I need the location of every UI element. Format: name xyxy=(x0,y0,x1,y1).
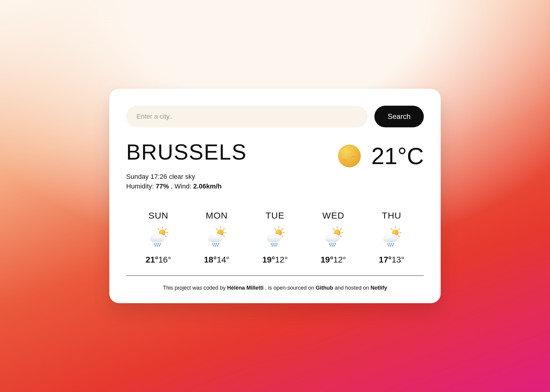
forecast-lo: 12° xyxy=(333,255,346,264)
svg-point-49 xyxy=(273,245,275,246)
svg-point-14 xyxy=(158,243,159,244)
forecast-lo: 13° xyxy=(392,255,404,264)
rain-sun-icon xyxy=(205,226,228,250)
forecast-temps: 21°16° xyxy=(145,255,171,265)
svg-point-30 xyxy=(216,243,217,244)
svg-point-59 xyxy=(325,236,339,243)
forecast-day: MON 18°14° xyxy=(188,210,246,265)
svg-line-7 xyxy=(165,236,166,237)
svg-point-81 xyxy=(390,245,391,246)
clear-sun-icon xyxy=(336,142,363,170)
search-row: Search xyxy=(126,106,424,127)
svg-line-23 xyxy=(223,236,225,237)
svg-point-31 xyxy=(218,243,219,244)
svg-line-71 xyxy=(398,236,400,237)
svg-point-61 xyxy=(331,243,332,244)
svg-line-8 xyxy=(158,229,159,230)
current-meta: Sunday 17:26 clear sky Humidity: 77% , W… xyxy=(126,172,327,191)
svg-line-6 xyxy=(165,229,166,230)
forecast-day: SUN 21°16° xyxy=(129,210,188,265)
svg-point-44 xyxy=(270,243,272,244)
forecast-day-name: MON xyxy=(206,210,228,221)
rain-sun-icon xyxy=(263,226,287,250)
footer-text: and hosted on xyxy=(335,285,370,291)
svg-point-34 xyxy=(217,245,218,246)
svg-point-78 xyxy=(391,243,392,244)
svg-point-77 xyxy=(389,243,390,244)
svg-point-12 xyxy=(154,243,155,244)
svg-point-46 xyxy=(274,243,276,244)
forecast-temps: 19°12° xyxy=(262,255,288,265)
svg-point-65 xyxy=(332,245,333,246)
wind-value: 2.06km/h xyxy=(193,182,222,190)
footer: This project was coded by Hélèna Millett… xyxy=(126,285,424,291)
rain-sun-icon xyxy=(322,226,345,250)
svg-line-70 xyxy=(398,229,400,230)
forecast-day-name: TUE xyxy=(265,210,284,221)
svg-line-54 xyxy=(340,229,341,230)
wind-label: , Wind: xyxy=(171,182,191,190)
search-button[interactable]: Search xyxy=(374,106,424,127)
svg-point-64 xyxy=(330,245,331,246)
svg-point-1 xyxy=(342,160,347,161)
svg-line-40 xyxy=(274,229,276,230)
svg-point-15 xyxy=(160,243,161,244)
svg-point-29 xyxy=(214,243,215,244)
svg-point-17 xyxy=(157,245,158,246)
svg-point-80 xyxy=(388,245,389,246)
svg-line-24 xyxy=(216,229,217,230)
forecast-hi: 19° xyxy=(320,255,333,264)
svg-point-50 xyxy=(275,245,277,246)
forecast-temps: 19°12° xyxy=(320,255,346,265)
svg-point-11 xyxy=(150,236,164,243)
forecast-hi: 18° xyxy=(204,255,217,264)
svg-line-22 xyxy=(223,229,225,230)
svg-point-32 xyxy=(213,245,214,246)
forecast-day-name: THU xyxy=(382,210,402,221)
forecast-temps: 18°14° xyxy=(204,255,230,265)
svg-point-33 xyxy=(215,245,216,246)
svg-point-45 xyxy=(273,243,274,244)
forecast-row: SUN 21°16° xyxy=(126,210,424,276)
meta-desc: clear sky xyxy=(169,173,195,180)
meta-line-2: Humidity: 77% , Wind: 2.06km/h xyxy=(126,182,327,191)
forecast-day: TUE 19°12° xyxy=(246,210,304,265)
svg-line-38 xyxy=(282,229,283,230)
svg-point-60 xyxy=(329,243,330,244)
svg-line-72 xyxy=(391,229,392,230)
svg-point-16 xyxy=(155,245,156,246)
svg-line-39 xyxy=(282,236,283,237)
humidity-value: 77% xyxy=(156,182,169,190)
svg-point-79 xyxy=(393,243,394,244)
rain-sun-icon xyxy=(380,226,403,250)
current-right: 21°C xyxy=(336,142,424,170)
svg-point-66 xyxy=(334,245,335,246)
rain-sun-icon xyxy=(147,226,170,250)
forecast-hi: 21° xyxy=(145,255,158,264)
weather-card: Search BRUSSELS Sunday 17:26 clear sky H… xyxy=(109,89,441,303)
forecast-lo: 14° xyxy=(217,255,229,264)
forecast-hi: 17° xyxy=(379,255,392,264)
github-link[interactable]: Github xyxy=(316,285,333,291)
svg-point-48 xyxy=(272,245,273,246)
netlify-link[interactable]: Netlify xyxy=(370,285,387,291)
svg-point-76 xyxy=(387,243,389,244)
forecast-day-name: SUN xyxy=(148,210,168,221)
forecast-hi: 19° xyxy=(262,255,275,264)
svg-point-2 xyxy=(352,156,355,157)
svg-point-62 xyxy=(333,243,334,244)
city-search-input[interactable] xyxy=(126,106,368,127)
forecast-lo: 16° xyxy=(158,255,171,264)
city-name: BRUSSELS xyxy=(126,141,327,163)
humidity-label: Humidity: xyxy=(126,182,154,190)
current-weather: BRUSSELS Sunday 17:26 clear sky Humidity… xyxy=(126,141,424,191)
svg-point-63 xyxy=(335,243,336,244)
footer-text: , is open-sourced on xyxy=(265,285,316,291)
forecast-day: WED 19°12° xyxy=(304,210,363,265)
svg-point-18 xyxy=(159,245,160,246)
current-temperature: 21°C xyxy=(371,144,424,168)
svg-line-55 xyxy=(340,236,341,237)
svg-point-47 xyxy=(276,243,277,244)
svg-point-28 xyxy=(212,243,214,244)
svg-point-0 xyxy=(338,145,361,167)
